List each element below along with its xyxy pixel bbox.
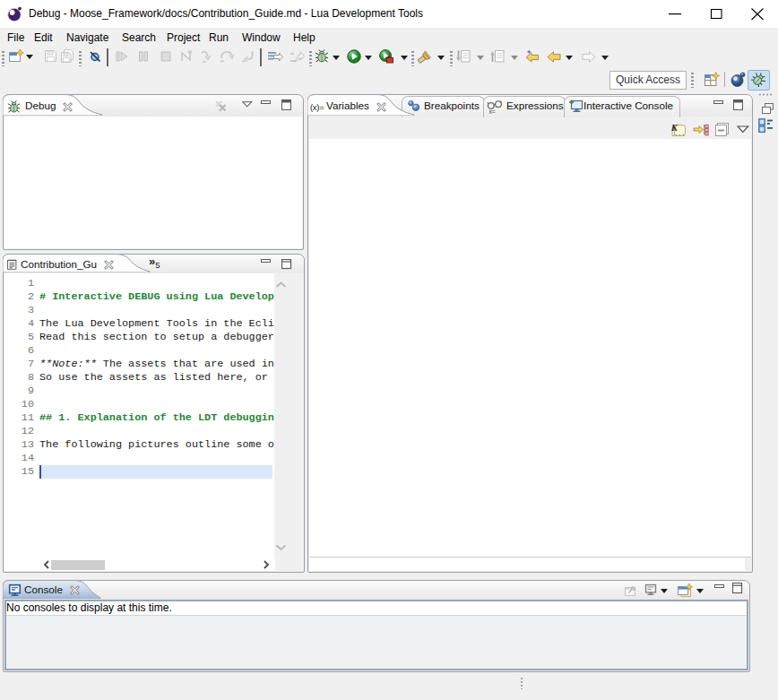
svg-text:...: ... bbox=[674, 130, 686, 137]
svg-text:x=: x= bbox=[489, 108, 496, 115]
